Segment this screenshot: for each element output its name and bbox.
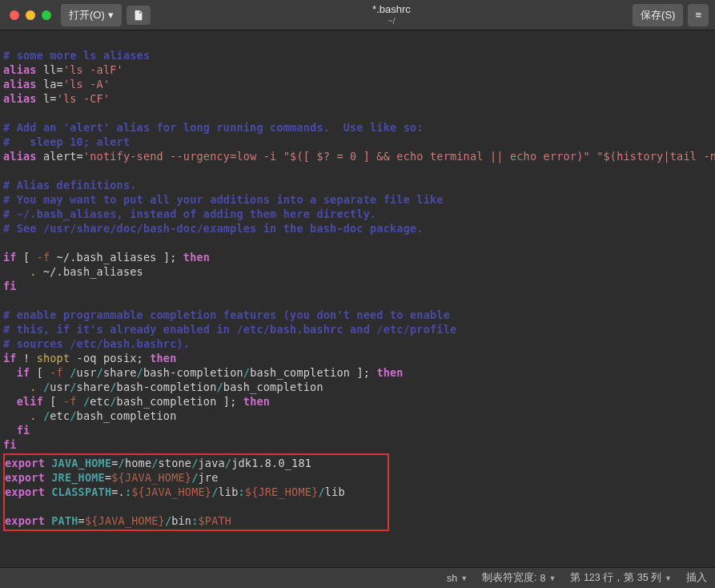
kw: if [17, 366, 30, 379]
maximize-window[interactable] [42, 10, 51, 20]
window-controls [10, 10, 51, 20]
sl: / [70, 409, 76, 422]
titlebar: 打开(O) ▾ *.bashrc ~/ 保存(S) ≡ [0, 0, 715, 30]
sl: / [97, 366, 103, 379]
chevron-down-icon: ▼ [460, 574, 468, 582]
cursor-position[interactable]: 第 123 行，第 35 列 ▼ [570, 571, 672, 585]
p: bash_completion [117, 395, 223, 408]
txt: [ [17, 251, 37, 264]
kw: elif [17, 395, 43, 408]
pre [3, 395, 17, 408]
p: lib [219, 485, 239, 498]
comment: # some more ls aliases [3, 49, 150, 62]
save-button[interactable]: 保存(S) [633, 4, 683, 26]
str: 'notify-send --urgency=low -i "$([ $? = … [83, 150, 715, 163]
tabwidth-value: 8 [540, 573, 546, 584]
comment: # enable programmable completion feature… [3, 308, 450, 321]
varref: ${JRE_HOME} [245, 485, 319, 498]
kw: fi [3, 280, 17, 292]
kw: alias [3, 150, 37, 163]
pre [3, 366, 17, 379]
var: JAVA_HOME [45, 457, 111, 469]
p: jdk1.8.0_181 [231, 457, 311, 469]
var: CLASSPATH [45, 485, 111, 498]
sp [37, 409, 43, 422]
txt: ! [17, 352, 37, 364]
p: usr [50, 381, 70, 393]
flag: -f [37, 251, 50, 264]
col: : [125, 485, 131, 498]
kw: export [5, 471, 45, 484]
p: share [77, 381, 110, 393]
comment: # sources /etc/bash.bashrc). [3, 337, 190, 350]
var: PATH [45, 514, 78, 527]
dot: . [3, 409, 37, 422]
p: etc [50, 409, 70, 422]
kw: then [243, 395, 270, 408]
kw: fi [3, 438, 17, 451]
p: home [125, 457, 151, 469]
eq: = [105, 471, 111, 484]
kw: then [376, 366, 403, 379]
varref: ${JAVA_HOME} [111, 471, 191, 484]
comment: # See /usr/share/doc/bash-doc/examples i… [3, 222, 424, 235]
sl: / [225, 457, 231, 469]
txt: l= [37, 92, 57, 105]
comment: # Add an 'alert' alias for long running … [3, 121, 424, 134]
kw: if [3, 352, 17, 364]
kw: export [5, 485, 45, 498]
comment: # Alias definitions. [3, 179, 137, 191]
minimize-window[interactable] [26, 10, 35, 20]
file-title: *.bashrc [151, 3, 633, 16]
flag: -f [50, 366, 70, 379]
chevron-down-icon: ▾ [108, 9, 114, 21]
chevron-down-icon: ▼ [665, 574, 672, 582]
title-area: *.bashrc ~/ [151, 3, 633, 26]
var: JRE_HOME [45, 471, 105, 484]
hamburger-menu[interactable]: ≡ [688, 4, 709, 26]
statusbar: sh ▼ 制表符宽度: 8 ▼ 第 123 行，第 35 列 ▼ 插入 [0, 567, 715, 588]
chevron-down-icon: ▼ [549, 574, 556, 582]
str: 'ls -CF' [57, 92, 110, 105]
insert-mode[interactable]: 插入 [686, 571, 707, 585]
kw: alias [3, 63, 37, 76]
p: share [103, 366, 137, 379]
comment: # ~/.bash_aliases, instead of adding the… [3, 207, 376, 220]
eq: = [78, 514, 85, 527]
eq: = [111, 457, 118, 469]
tabwidth-label: 制表符宽度: [482, 571, 536, 585]
sl: / [191, 457, 198, 469]
editor-area[interactable]: # some more ls aliases alias ll='ls -alF… [0, 30, 715, 549]
language-selector[interactable]: sh ▼ [447, 573, 468, 584]
kw: export [5, 514, 45, 527]
txt: alert= [37, 150, 83, 163]
dot: . [3, 265, 37, 278]
position-label: 第 123 行，第 35 列 [570, 571, 661, 585]
comment: # You may want to put all your additions… [3, 193, 444, 206]
sl: / [110, 395, 116, 408]
new-tab-button[interactable] [127, 6, 151, 25]
kw: alias [3, 92, 37, 105]
txt: ] [163, 251, 170, 264]
dot: . [3, 381, 37, 393]
txt: [ [30, 366, 50, 379]
col: : [238, 485, 244, 498]
str: 'ls -A' [63, 78, 110, 91]
varref: ${JAVA_HOME} [85, 514, 165, 527]
p: etc [90, 395, 110, 408]
menu-icon: ≡ [695, 9, 701, 21]
sl: / [243, 366, 250, 379]
tab-width-selector[interactable]: 制表符宽度: 8 ▼ [482, 571, 556, 585]
txt: ll= [37, 63, 63, 76]
p: stone [159, 457, 192, 469]
txt: ] [356, 366, 363, 379]
p: bin [171, 514, 191, 527]
txt: ; [230, 395, 243, 408]
pre [3, 424, 17, 437]
open-button[interactable]: 打开(O) ▾ [61, 4, 122, 26]
txt: la= [37, 78, 63, 91]
txt: -oq posix [70, 352, 136, 364]
close-window[interactable] [10, 10, 19, 20]
sl: / [211, 485, 218, 498]
sl: / [165, 514, 171, 527]
